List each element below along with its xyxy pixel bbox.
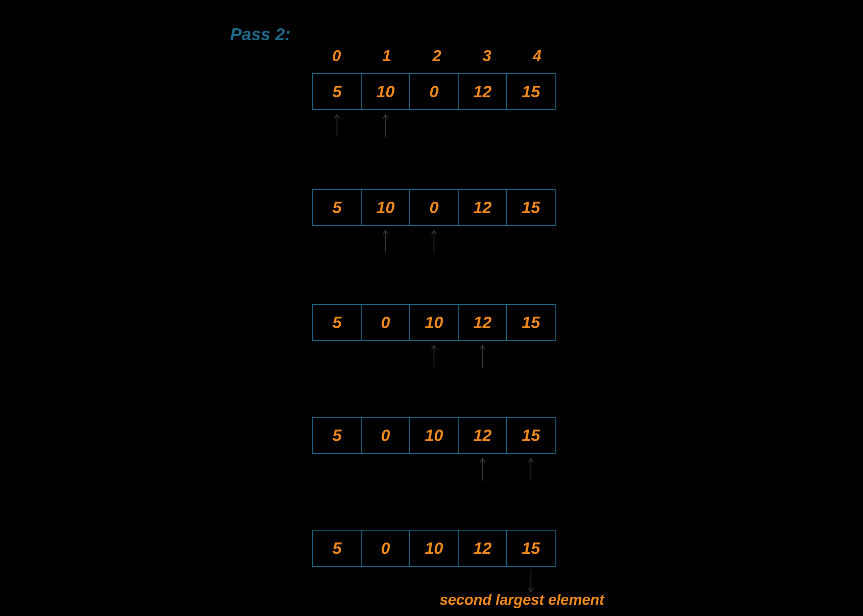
cell: 12 [458,417,507,454]
cell: 15 [506,417,556,454]
cell: 0 [361,417,410,454]
index-2: 2 [412,47,462,65]
array-step-1: 5 10 0 12 15 [312,73,556,110]
cell: 10 [409,304,459,341]
cell: 15 [506,189,556,226]
array-step-5: 5 0 10 12 15 [312,530,556,567]
annotation-second-largest: second largest element [440,591,604,609]
cell: 0 [361,530,410,567]
arrow-up-icon [478,457,487,481]
arrow-up-icon [429,344,439,368]
cell: 10 [409,417,459,454]
index-1: 1 [362,47,412,65]
cell: 0 [361,304,410,341]
cell: 5 [312,189,362,226]
cell: 15 [506,304,556,341]
arrow-up-icon [526,457,536,481]
cell: 5 [312,304,362,341]
arrow-down-icon [526,569,536,593]
array-step-3: 5 0 10 12 15 [312,304,556,341]
index-4: 4 [512,47,562,65]
cell: 10 [361,73,410,110]
cell: 5 [312,73,362,110]
cell: 15 [506,530,556,567]
array-step-4: 5 0 10 12 15 [312,417,556,454]
pass-title: Pass 2: [230,25,291,44]
index-0: 0 [312,47,362,65]
cell: 5 [312,417,362,454]
index-row: 0 1 2 3 4 [312,47,562,65]
array-step-2: 5 10 0 12 15 [312,189,556,226]
cell: 12 [458,530,507,567]
cell: 12 [458,73,507,110]
arrow-up-icon [429,229,439,253]
cell: 12 [458,189,507,226]
arrow-up-icon [381,229,390,253]
arrow-up-icon [332,113,342,138]
cell: 0 [409,73,459,110]
cell: 12 [458,304,507,341]
arrow-up-icon [381,113,390,138]
cell: 10 [409,530,459,567]
cell: 15 [506,73,556,110]
cell: 10 [361,189,410,226]
cell: 0 [409,189,459,226]
index-3: 3 [462,47,512,65]
cell: 5 [312,530,362,567]
arrow-up-icon [478,344,487,368]
